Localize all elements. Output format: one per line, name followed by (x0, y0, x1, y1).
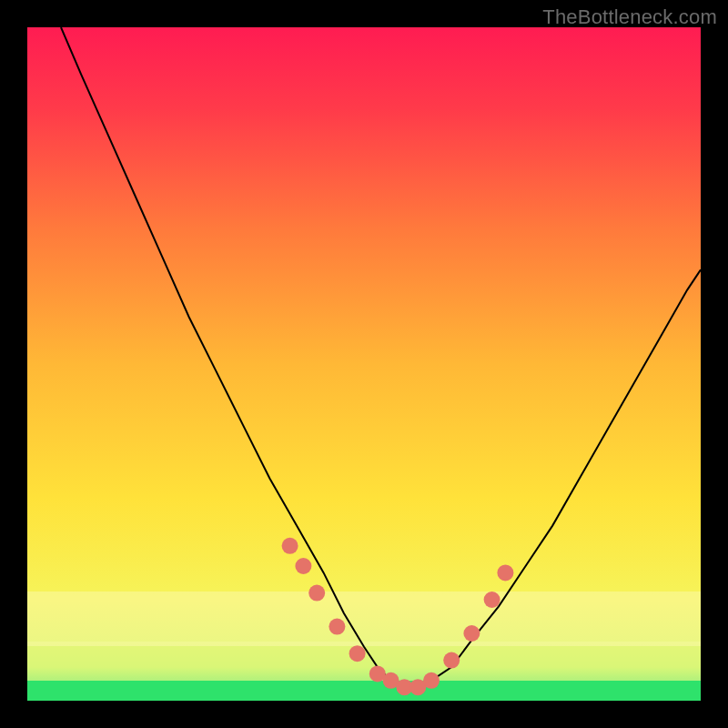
dot (329, 619, 345, 635)
pale-band-upper (27, 592, 701, 646)
dot (308, 585, 325, 602)
plot-area (27, 27, 701, 701)
dot (423, 672, 440, 689)
green-bottom-band (27, 681, 701, 701)
dot (463, 625, 480, 642)
dot (295, 558, 311, 574)
dot (443, 652, 460, 669)
dot (282, 538, 298, 554)
dot (349, 645, 366, 662)
watermark-text: TheBottleneck.com (542, 5, 717, 29)
chart-svg (27, 27, 701, 701)
dot (484, 592, 500, 608)
dot (497, 564, 513, 581)
chart-frame: { "watermark": "TheBottleneck.com", "cha… (0, 0, 728, 728)
